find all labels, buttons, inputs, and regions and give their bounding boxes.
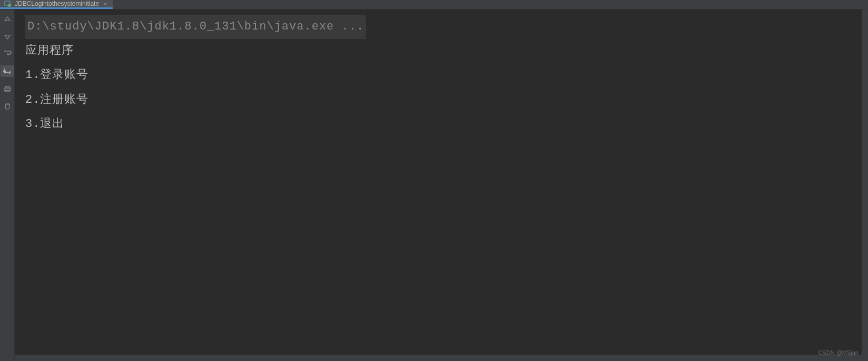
up-arrow-icon[interactable] — [3, 15, 12, 24]
close-icon[interactable]: × — [102, 0, 108, 8]
down-arrow-icon[interactable] — [3, 32, 12, 41]
tab-bar: JDBCLogintothesysteminitiate × — [0, 0, 868, 9]
vertical-scrollbar[interactable] — [862, 9, 868, 361]
trash-icon[interactable] — [3, 101, 12, 111]
gutter-toolbar — [0, 9, 15, 361]
output-line: 2.注册账号 — [25, 88, 857, 112]
output-line: 1.登录账号 — [25, 63, 857, 87]
run-tab[interactable]: JDBCLogintothesysteminitiate × — [0, 0, 113, 7]
tab-title: JDBCLogintothesysteminitiate — [15, 0, 99, 7]
main-area: D:\study\JDK1.8\jdk1.8.0_131\bin\java.ex… — [0, 9, 868, 361]
watermark: CSDN @MSjan — [818, 349, 859, 356]
output-line: 3.退出 — [25, 112, 857, 136]
output-line: 应用程序 — [25, 39, 857, 63]
svg-point-1 — [8, 4, 11, 7]
print-icon[interactable] — [3, 84, 12, 94]
soft-wrap-icon[interactable] — [3, 48, 12, 58]
run-config-icon — [4, 0, 12, 7]
tab-active-indicator — [0, 7, 113, 9]
horizontal-scrollbar[interactable] — [15, 355, 862, 361]
console-output[interactable]: D:\study\JDK1.8\jdk1.8.0_131\bin\java.ex… — [15, 9, 868, 361]
scroll-to-end-icon[interactable] — [1, 65, 14, 77]
command-line: D:\study\JDK1.8\jdk1.8.0_131\bin\java.ex… — [25, 15, 366, 39]
